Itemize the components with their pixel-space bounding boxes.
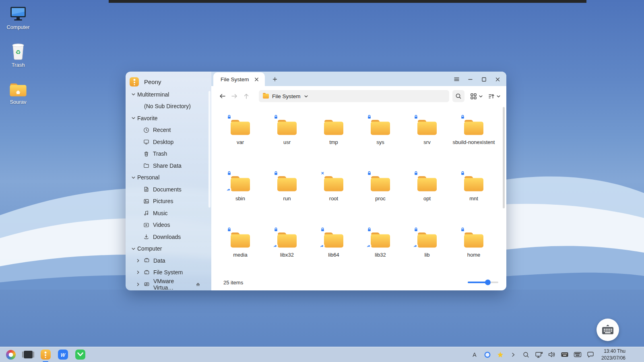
file-item[interactable]: lib64 [310, 228, 357, 284]
sidebar-item-recent[interactable]: Recent [126, 124, 211, 136]
file-item[interactable]: var [217, 115, 264, 171]
sidebar-item-desktop[interactable]: Desktop [126, 136, 211, 148]
view-mode-group[interactable] [470, 93, 483, 100]
folder-icon [322, 230, 345, 249]
file-item[interactable]: sbuild-nonexistent [450, 115, 497, 171]
file-item[interactable]: run [264, 171, 310, 228]
file-item[interactable]: usr [264, 115, 310, 171]
file-item[interactable]: sbin [217, 171, 264, 228]
file-item[interactable]: home [450, 228, 497, 284]
file-item[interactable]: srv [404, 115, 450, 171]
search-icon[interactable] [522, 350, 530, 359]
peony-app-icon[interactable] [40, 350, 51, 360]
grid-view-icon[interactable] [470, 93, 477, 100]
file-item[interactable]: proc [357, 171, 404, 228]
sidebar-item-downloads[interactable]: Downloads [126, 231, 211, 243]
eject-icon[interactable] [196, 282, 204, 287]
file-item[interactable]: root [310, 171, 357, 228]
sort-icon[interactable] [488, 93, 495, 100]
chevron-right-icon[interactable] [136, 259, 141, 263]
desktop-icon-computer[interactable]: Computer [2, 6, 34, 30]
forward-button[interactable] [229, 91, 239, 101]
search-button[interactable] [452, 90, 464, 102]
input-method-icon[interactable]: A [470, 350, 479, 359]
sidebar-header: Peony [126, 75, 211, 88]
sidebar-section-personal[interactable]: Personal [126, 172, 211, 184]
file-item[interactable]: lib [404, 228, 450, 284]
multiterminal-app-icon[interactable] [23, 350, 33, 360]
volume-icon[interactable] [547, 350, 556, 359]
virtual-keyboard-icon[interactable] [573, 350, 582, 359]
zoom-slider[interactable] [468, 280, 498, 285]
sidebar-item-trash[interactable]: Trash [126, 148, 211, 160]
download-icon [143, 234, 149, 240]
sidebar-item-vmware-virtual[interactable]: VMware Virtua… [126, 278, 211, 290]
sidebar-section-multiterminal[interactable]: Multiterminal [126, 88, 211, 101]
sidebar-item-file-system[interactable]: File System [126, 267, 211, 279]
new-tab-button[interactable] [270, 75, 279, 84]
sidebar-item-videos[interactable]: Videos [126, 219, 211, 231]
badge-lock-icon [460, 114, 465, 121]
file-item[interactable]: libx32 [264, 228, 310, 284]
minimize-button[interactable] [465, 74, 475, 84]
sidebar-item-music[interactable]: Music [126, 207, 211, 219]
file-item[interactable]: sys [357, 115, 404, 171]
virtual-keyboard-fab[interactable] [597, 319, 619, 341]
up-button[interactable] [241, 91, 252, 101]
mail-app-icon[interactable] [75, 350, 85, 360]
folder-icon [322, 174, 345, 192]
address-bar[interactable]: File System [259, 90, 449, 102]
chevron-down-icon[interactable] [131, 92, 136, 97]
security-center-icon[interactable] [483, 350, 492, 359]
sidebar-item-pictures[interactable]: Pictures [126, 195, 211, 208]
messages-icon[interactable] [586, 350, 595, 359]
file-item[interactable]: tmp [310, 115, 357, 171]
desktop-icon-sourav[interactable]: Sourav [2, 81, 34, 105]
sidebar-item-no-sub-directory[interactable]: (No Sub Directory) [126, 101, 211, 113]
sort-group[interactable] [488, 93, 501, 100]
folder-icon [229, 174, 252, 192]
badge-lock-icon [367, 114, 372, 121]
file-item[interactable]: lib32 [357, 228, 404, 284]
desktop-wallpaper: Computer ♻ Trash Sourav Peony Multiterm [0, 0, 644, 362]
file-item[interactable]: media [217, 228, 264, 284]
chevron-down-icon[interactable] [496, 94, 501, 99]
desktop-icon-label: Trash [12, 62, 25, 68]
file-item[interactable]: opt [404, 171, 450, 228]
keyboard-dark-icon[interactable] [560, 350, 569, 359]
sidebar-section-computer[interactable]: Computer [126, 243, 211, 255]
expand-chevron-icon[interactable] [509, 350, 518, 359]
content-scrollbar[interactable] [503, 107, 505, 208]
desktop-icon-trash[interactable]: ♻ Trash [2, 43, 34, 68]
sidebar-section-favorite[interactable]: Favorite [126, 112, 211, 124]
sidebar-item-share-data[interactable]: Share Data [126, 160, 211, 172]
svg-text:W: W [60, 352, 66, 358]
chevron-down-icon[interactable] [131, 247, 136, 251]
chevron-right-icon[interactable] [136, 282, 141, 286]
wps-office-app-icon[interactable]: W [58, 350, 68, 360]
sidebar-item-documents[interactable]: Documents [126, 183, 211, 195]
brightness-star-icon[interactable] [496, 350, 505, 359]
tab-close-icon[interactable] [252, 75, 261, 84]
sidebar-scrollbar[interactable] [208, 91, 211, 208]
sidebar-item-data[interactable]: Data [126, 255, 211, 267]
file-item[interactable]: mnt [450, 171, 497, 228]
chevron-right-icon[interactable] [136, 270, 141, 274]
maximize-button[interactable] [479, 74, 489, 84]
back-button[interactable] [217, 91, 227, 101]
network-icon[interactable] [535, 350, 543, 359]
chevron-down-icon[interactable] [304, 94, 308, 99]
taskbar-clock[interactable]: 13:40 Thu 2023/07/06 [601, 348, 625, 361]
zoom-slider-handle[interactable] [485, 280, 491, 285]
close-button[interactable] [493, 74, 502, 84]
chevron-down-icon[interactable] [479, 94, 483, 99]
toolbar: File System [211, 86, 506, 106]
location-text: File System [272, 93, 301, 99]
chevron-down-icon[interactable] [131, 175, 136, 180]
menu-icon[interactable] [452, 74, 461, 84]
folder-icon [416, 117, 438, 136]
browser-app-icon[interactable] [6, 350, 16, 360]
tab-file-system[interactable]: File System [213, 72, 265, 86]
folder-icon [416, 230, 438, 249]
chevron-down-icon[interactable] [131, 116, 136, 120]
